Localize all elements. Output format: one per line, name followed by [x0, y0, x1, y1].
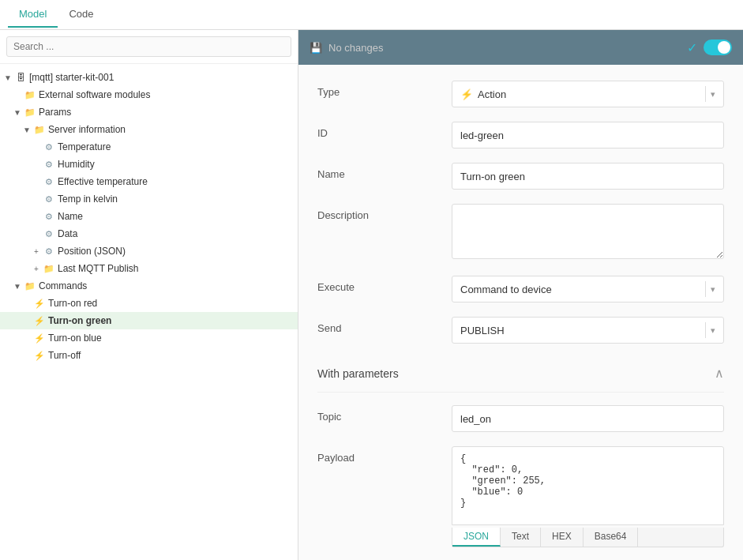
toolbar-right: ✓ — [687, 39, 732, 55]
tree-item-data[interactable]: ⚙Data — [0, 225, 298, 242]
type-control: ⚡ Action ▾ — [452, 81, 724, 107]
tree-item-commands[interactable]: ▼📁Commands — [0, 277, 298, 295]
tree-toggle-server-info[interactable]: ▼ — [22, 126, 32, 134]
tree-toggle-params[interactable]: ▼ — [13, 108, 22, 117]
tree-label-turn-on-blue: Turn-on blue — [48, 333, 102, 344]
sidebar: ▼🗄[mqtt] starter-kit-001📁External softwa… — [0, 30, 298, 560]
tab-model[interactable]: Model — [8, 2, 58, 28]
toolbar: 💾 No changes ✓ — [298, 30, 743, 65]
tree-item-temperature[interactable]: ⚙Temperature — [0, 138, 298, 156]
payload-tabs: JSONTextHEXBase64 — [452, 528, 724, 547]
execute-control: Command to device ▾ — [452, 276, 724, 303]
tree-item-temp-kelvin[interactable]: ⚙Temp in kelvin — [0, 190, 298, 208]
tree-label-humidity: Humidity — [58, 159, 95, 170]
main-panel: 💾 No changes ✓ Type ⚡ Action — [298, 30, 743, 560]
tree-label-data: Data — [58, 228, 77, 239]
topic-input[interactable] — [452, 405, 724, 432]
payload-editor[interactable] — [452, 446, 724, 525]
payload-tab-base64[interactable]: Base64 — [584, 528, 639, 547]
select-separator — [705, 86, 706, 102]
tree-label-turn-off: Turn-off — [48, 350, 81, 361]
id-input[interactable] — [452, 122, 724, 148]
name-row: Name — [317, 163, 724, 190]
payload-label: Payload — [317, 446, 452, 464]
description-textarea[interactable] — [452, 204, 724, 259]
topic-label: Topic — [317, 405, 452, 423]
topic-row: Topic — [317, 405, 724, 432]
name-control — [452, 163, 724, 190]
tree-label-turn-on-red: Turn-on red — [48, 298, 97, 309]
tree-label-server-info: Server information — [48, 124, 126, 135]
id-control — [452, 122, 724, 148]
check-icon: ✓ — [687, 40, 697, 55]
tree-toggle-position[interactable]: + — [32, 247, 41, 256]
payload-tab-json[interactable]: JSON — [452, 528, 501, 547]
tree-item-turn-off[interactable]: ⚡Turn-off — [0, 347, 298, 364]
description-control — [452, 204, 724, 261]
send-control: PUBLISH ▾ — [452, 317, 724, 344]
tree-icon-turn-on-red: ⚡ — [33, 297, 46, 310]
description-row: Description — [317, 204, 724, 261]
type-chevron-down-icon: ▾ — [711, 89, 715, 100]
send-value: PUBLISH — [460, 325, 505, 336]
payload-row: Payload JSONTextHEXBase64 — [317, 446, 724, 547]
description-label: Description — [317, 204, 452, 221]
name-label: Name — [317, 163, 452, 180]
toolbar-left: 💾 No changes — [310, 42, 383, 54]
toggle-knob — [718, 41, 730, 54]
tree-toggle-root[interactable]: ▼ — [3, 73, 13, 82]
send-select[interactable]: PUBLISH ▾ — [452, 317, 724, 344]
tree-item-params[interactable]: ▼📁Params — [0, 103, 298, 121]
execute-value: Command to device — [460, 284, 552, 295]
tree-icon-data: ⚙ — [43, 227, 55, 240]
with-params-title: With parameters — [317, 367, 399, 380]
tree-item-turn-on-green[interactable]: ⚡Turn-on green — [0, 312, 298, 329]
tree-icon-params: 📁 — [24, 106, 36, 118]
name-input[interactable] — [452, 163, 724, 190]
tree-icon-commands: 📁 — [24, 280, 36, 292]
search-input[interactable] — [6, 36, 291, 57]
collapse-icon[interactable]: ∧ — [715, 366, 724, 381]
tree-item-name[interactable]: ⚙Name — [0, 208, 298, 225]
tree-icon-turn-off: ⚡ — [33, 349, 46, 362]
tree-label-turn-on-green: Turn-on green — [48, 315, 111, 326]
payload-control: JSONTextHEXBase64 — [452, 446, 724, 547]
type-value: Action — [478, 88, 506, 100]
tree-item-turn-on-red[interactable]: ⚡Turn-on red — [0, 295, 298, 312]
with-params-section: With parameters ∧ — [317, 358, 724, 393]
tree-item-root[interactable]: ▼🗄[mqtt] starter-kit-001 — [0, 69, 298, 86]
tree-toggle-commands[interactable]: ▼ — [13, 282, 22, 291]
type-row: Type ⚡ Action ▾ — [317, 81, 724, 107]
tree-item-turn-on-blue[interactable]: ⚡Turn-on blue — [0, 329, 298, 347]
tree-item-humidity[interactable]: ⚙Humidity — [0, 156, 298, 173]
tree-toggle-last-mqtt[interactable]: + — [32, 265, 41, 273]
save-icon: 💾 — [310, 42, 322, 54]
tree-item-effective-temp[interactable]: ⚙Effective temperature — [0, 173, 298, 190]
tab-code[interactable]: Code — [58, 2, 104, 28]
tree-label-temperature: Temperature — [58, 141, 111, 152]
tree-label-temp-kelvin: Temp in kelvin — [58, 194, 118, 205]
payload-tab-text[interactable]: Text — [501, 528, 541, 547]
tree-icon-name: ⚙ — [43, 210, 55, 223]
toggle-switch[interactable] — [704, 39, 732, 55]
tree-icon-turn-on-green: ⚡ — [33, 314, 46, 327]
tree-icon-position: ⚙ — [43, 245, 55, 257]
send-separator — [705, 322, 706, 338]
tree-item-position[interactable]: +⚙Position (JSON) — [0, 242, 298, 260]
tree-item-ext[interactable]: 📁External software modules — [0, 86, 298, 103]
tree-icon-turn-on-blue: ⚡ — [33, 332, 46, 344]
payload-tab-hex[interactable]: HEX — [541, 528, 584, 547]
send-row: Send PUBLISH ▾ — [317, 317, 724, 344]
id-label: ID — [317, 122, 452, 139]
tree-item-server-info[interactable]: ▼📁Server information — [0, 121, 298, 138]
send-label: Send — [317, 317, 452, 334]
tree-icon-server-info: 📁 — [33, 123, 46, 136]
execute-select[interactable]: Command to device ▾ — [452, 276, 724, 303]
no-changes-label: No changes — [328, 42, 383, 54]
type-select[interactable]: ⚡ Action ▾ — [452, 81, 724, 107]
tree: ▼🗄[mqtt] starter-kit-001📁External softwa… — [0, 64, 298, 560]
tree-icon-ext: 📁 — [24, 88, 36, 101]
action-lightning-icon: ⚡ — [460, 88, 473, 100]
tree-item-last-mqtt[interactable]: +📁Last MQTT Publish — [0, 260, 298, 277]
tree-label-commands: Commands — [39, 280, 87, 291]
